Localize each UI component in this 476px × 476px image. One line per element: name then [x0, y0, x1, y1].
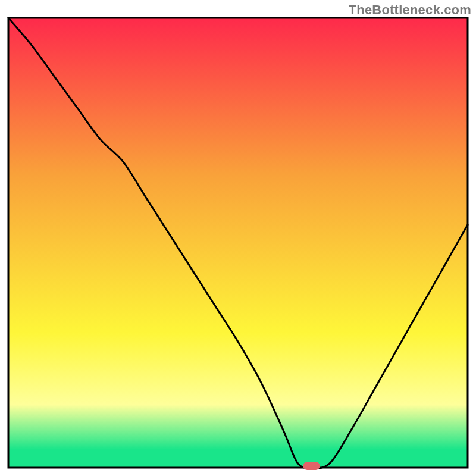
bottleneck-chart: TheBottleneck.com — [0, 0, 476, 476]
watermark-text: TheBottleneck.com — [349, 2, 471, 18]
plot-area — [8, 18, 468, 470]
plot-svg — [0, 0, 476, 476]
gradient-background — [8, 18, 468, 468]
optimal-marker — [303, 462, 320, 470]
